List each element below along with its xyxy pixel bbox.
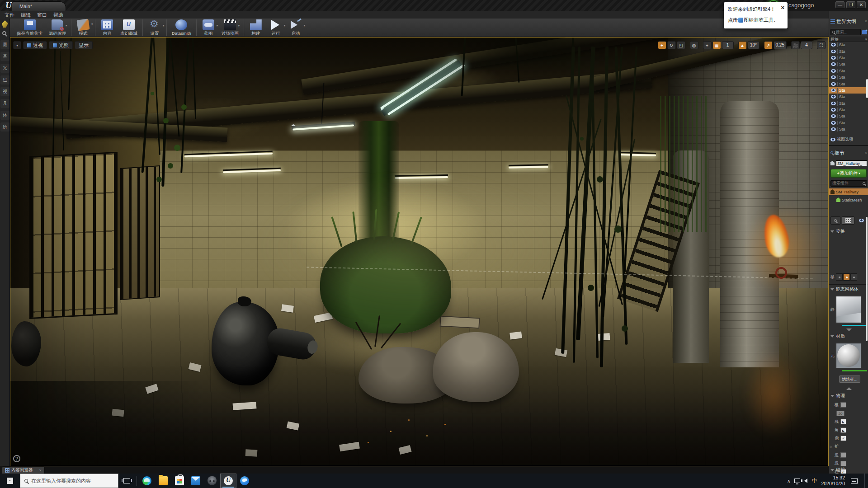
scale-snap-icon[interactable]: ↗ (764, 41, 773, 49)
close-icon[interactable]: × (39, 468, 42, 473)
toolbar-button[interactable]: ▾ 设置 (145, 19, 165, 37)
action-center-icon[interactable] (851, 478, 858, 484)
show-desktop-button[interactable] (864, 474, 866, 488)
add-component-button[interactable]: +添加组件 ▾ (830, 169, 867, 178)
details-search-button[interactable] (830, 216, 840, 225)
staticmesh-thumbnail[interactable] (836, 296, 861, 323)
materials-section-header[interactable]: 材质 (829, 333, 868, 339)
start-button[interactable] (0, 474, 20, 488)
expand-prefix-icon[interactable]: ▷ (830, 445, 833, 449)
physics-property-control[interactable] (840, 402, 846, 408)
level-tab[interactable]: Main* (12, 1, 66, 11)
actor-name-field[interactable]: SM_Hallway_ (836, 160, 867, 166)
rotation-snap-value[interactable]: 10° (748, 41, 760, 49)
filter-caret-icon[interactable]: ▾ (865, 37, 867, 42)
show-button[interactable]: 显示 (75, 41, 93, 49)
component-search-input[interactable]: 搜索组件 (830, 180, 867, 187)
close-icon[interactable]: × (865, 19, 867, 23)
expand-arrow-icon[interactable] (846, 328, 852, 331)
grid-snap-icon[interactable]: ▦ (712, 41, 721, 49)
tray-expand-chevron[interactable]: ∧ (787, 479, 790, 483)
rotate-tool-icon[interactable]: ↻ (667, 41, 676, 49)
network-icon[interactable] (794, 479, 800, 483)
maximize-viewport-icon[interactable]: ⛶ (817, 41, 826, 49)
toolbar-button[interactable]: ▾ 保存当前关卡 (14, 19, 46, 37)
toolbar-button[interactable]: ▾ Datasmith (169, 19, 194, 36)
outliner-row[interactable]: Sta (829, 100, 868, 107)
place-category-tab[interactable]: 过 (0, 75, 9, 84)
viewport-3d[interactable]: ▾ 透视 光照 显示 + ↻ ◰ ◍ ⌖ (10, 37, 829, 466)
toolbar-button[interactable]: ▾ 模式 (73, 19, 93, 37)
physics-property-control[interactable]: 20 (836, 411, 844, 416)
collision-section-header[interactable]: 碰撞 (829, 467, 868, 473)
outliner-search-input[interactable]: 搜索... (830, 29, 861, 35)
taskbar-app-button[interactable] (171, 474, 188, 488)
visibility-eye-icon[interactable] (831, 102, 836, 105)
camera-speed-icon[interactable]: 🎥 (791, 41, 800, 49)
physics-property-control[interactable] (840, 436, 846, 441)
outliner-row[interactable]: Sta (829, 87, 868, 94)
outliner-scrollbar[interactable] (866, 79, 868, 98)
visibility-eye-icon[interactable] (831, 75, 836, 79)
taskbar-app-button[interactable] (236, 474, 253, 488)
visibility-eye-icon[interactable] (831, 108, 836, 112)
taskbar-search-input[interactable]: 在这里输入你要搜索的内容 (20, 474, 118, 488)
close-icon[interactable]: × (865, 150, 867, 155)
bake-materials-button[interactable]: 烘焙材... (839, 375, 860, 383)
outliner-row[interactable]: Sta (829, 55, 868, 61)
outliner-row[interactable]: Sta (829, 42, 868, 48)
physics-property-control[interactable] (840, 427, 846, 433)
outliner-row[interactable]: Sta (829, 113, 868, 119)
menu-item[interactable]: 文件 (5, 11, 14, 19)
component-row-selected[interactable]: SM_Hallway_ (829, 188, 868, 195)
visibility-eye-icon[interactable] (831, 89, 836, 92)
toolbar-button[interactable]: ▾ 源码管理 (46, 19, 69, 37)
toolbar-button[interactable]: ▾ 构建 (246, 19, 266, 37)
visibility-eye-icon[interactable] (831, 50, 836, 53)
visibility-eye-icon[interactable] (831, 114, 836, 118)
outliner-row[interactable]: Sta (829, 74, 868, 80)
visibility-eye-icon[interactable] (831, 56, 836, 60)
search-icon[interactable] (2, 31, 6, 35)
physics-section-header[interactable]: 物理 (829, 393, 868, 399)
place-category-tab[interactable]: 所 (0, 122, 9, 131)
visibility-eye-icon[interactable] (831, 121, 836, 125)
visibility-eye-icon[interactable] (831, 95, 836, 99)
outliner-row[interactable]: Sta (829, 107, 868, 113)
outliner-row[interactable]: Sta (829, 61, 868, 67)
popup-close-icon[interactable]: × (781, 4, 784, 11)
place-category-tab[interactable]: 体 (0, 111, 9, 120)
taskbar-clock[interactable]: 15:32 2020/10/20 (821, 475, 845, 487)
taskbar-app-button[interactable] (204, 474, 220, 488)
camera-speed-value[interactable]: 4 (801, 41, 812, 49)
menu-item[interactable]: 窗口 (37, 11, 47, 19)
grid-snap-value[interactable]: 1 (722, 41, 734, 49)
outliner-row[interactable]: Sta (829, 126, 868, 132)
world-outliner-tab[interactable]: 世界大纲 × (829, 17, 868, 26)
place-category-tab[interactable]: 光 (0, 64, 9, 73)
minimize-button[interactable]: — (835, 1, 844, 8)
details-scrollbar[interactable] (866, 217, 868, 341)
move-tool-icon[interactable]: + (658, 41, 666, 49)
details-tab[interactable]: 细节 × (829, 148, 868, 157)
outliner-row[interactable]: Sta (829, 94, 868, 100)
physics-property-control[interactable] (840, 452, 846, 458)
visibility-eye-icon[interactable] (831, 127, 836, 131)
place-category-tab[interactable]: 最 (0, 40, 9, 49)
taskbar-app-button[interactable] (188, 474, 204, 488)
toolbar-button[interactable]: ▾ 蓝图 (198, 19, 218, 37)
outliner-row[interactable]: Sta (829, 68, 868, 74)
rotation-snap-icon[interactable]: ▲ (738, 41, 747, 49)
taskbar-app-button[interactable] (220, 474, 236, 488)
visibility-eye-icon[interactable] (831, 69, 836, 73)
scale-tool-icon[interactable]: ◰ (677, 41, 685, 49)
toolbar-button[interactable]: ▾ 启动 (286, 19, 306, 37)
help-icon[interactable]: ? (13, 455, 20, 462)
menu-item[interactable]: 编辑 (21, 11, 31, 19)
view-options-button[interactable]: 视图选项 (829, 136, 868, 143)
collapse-arrow-icon[interactable] (846, 387, 852, 390)
outliner-row[interactable]: Sta (829, 48, 868, 54)
mobility-segmented-control[interactable] (836, 273, 857, 281)
visibility-eye-icon[interactable] (831, 62, 836, 66)
viewport-options-dropdown[interactable]: ▾ (13, 41, 21, 49)
